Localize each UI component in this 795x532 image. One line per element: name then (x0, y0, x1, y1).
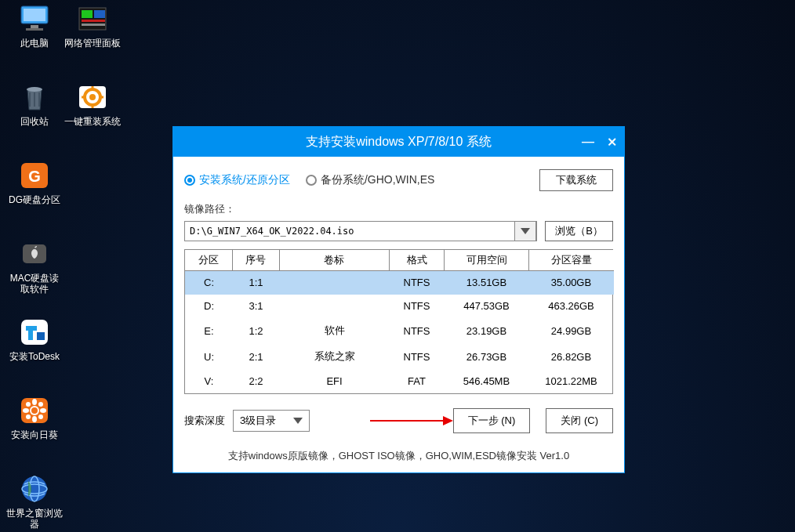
image-path-value: D:\G_WIN7_X64_OK_V2022.04.iso (190, 226, 354, 237)
download-system-button[interactable]: 下载系统 (539, 169, 613, 191)
radio-backup[interactable]: 备份系统/GHO,WIN,ES (306, 173, 434, 187)
desktop-icon-label: 安装向日葵 (11, 429, 58, 440)
svg-point-12 (89, 94, 96, 100)
svg-point-28 (26, 402, 31, 407)
cell-free-space: 26.73GB (445, 344, 529, 370)
cell-volume-label: EFI (280, 370, 390, 393)
search-depth-select[interactable]: 3级目录 (233, 410, 310, 432)
desktop-icon-label: 网络管理面板 (64, 38, 121, 49)
mode-radio-group: 安装系统/还原分区 备份系统/GHO,WIN,ES 下载系统 (184, 169, 613, 191)
desktop-icon-dg[interactable]: GDG硬盘分区 (6, 160, 63, 205)
cell-volume-label (280, 295, 390, 318)
radio-unchecked-icon (306, 175, 317, 186)
cell-sequence: 2:1 (233, 344, 280, 370)
table-row[interactable]: U:2:1系统之家NTFS26.73GB26.82GB (185, 344, 614, 370)
th-sequence: 序号 (232, 250, 279, 271)
svg-point-24 (32, 399, 37, 405)
partition-table: 分区 序号 卷标 格式 可用空间 分区容量 C:1:1NTFS13.51GB35… (184, 249, 613, 394)
svg-point-31 (38, 414, 43, 419)
cell-sequence: 1:1 (233, 271, 280, 295)
desktop-icon-sunflower[interactable]: 安装向日葵 (6, 395, 63, 440)
cell-volume-label (280, 271, 390, 295)
cell-partition: V: (186, 370, 233, 393)
svg-text:G: G (28, 168, 41, 185)
svg-point-30 (26, 414, 31, 419)
svg-point-27 (40, 408, 46, 413)
search-depth-label: 搜索深度 (184, 414, 225, 428)
cell-sequence: 1:2 (233, 318, 280, 344)
svg-point-25 (32, 416, 37, 422)
minimize-button[interactable]: — (582, 135, 594, 149)
svg-rect-2 (31, 25, 38, 28)
cell-partition-size: 24.99GB (529, 318, 614, 344)
svg-point-29 (38, 402, 43, 407)
cell-free-space: 13.51GB (445, 271, 529, 295)
table-row[interactable]: D:3:1NTFS447.53GB463.26GB (185, 295, 614, 318)
mac-icon (16, 238, 53, 270)
desktop-icon-label: 安装ToDesk (9, 351, 60, 362)
svg-rect-1 (24, 9, 45, 21)
cell-sequence: 3:1 (233, 295, 280, 318)
svg-point-26 (23, 408, 29, 413)
close-button[interactable]: 关闭 (C) (546, 408, 613, 433)
desktop-icon-pc[interactable]: 此电脑 (6, 3, 63, 49)
image-path-input[interactable]: D:\G_WIN7_X64_OK_V2022.04.iso (184, 221, 537, 241)
desktop-icon-gear[interactable]: 一键重装系统 (64, 81, 121, 127)
cell-partition-size: 1021.22MB (529, 370, 614, 393)
svg-point-33 (22, 476, 47, 501)
radio-install-label: 安装系统/还原分区 (199, 173, 290, 187)
table-row[interactable]: C:1:1NTFS13.51GB35.00GB (185, 271, 614, 295)
image-path-label: 镜像路径： (184, 202, 613, 216)
radio-backup-label: 备份系统/GHO,WIN,ES (321, 173, 434, 187)
desktop-icon-label: MAC硬盘读取软件 (6, 273, 63, 295)
todesk-icon (16, 317, 53, 348)
cell-format: NTFS (390, 344, 445, 370)
desktop-icon-globe[interactable]: 世界之窗浏览器 (6, 473, 63, 530)
svg-point-32 (31, 407, 38, 414)
cell-partition: D: (186, 295, 233, 318)
netpanel-icon (74, 3, 111, 34)
chevron-down-icon (521, 228, 530, 234)
svg-rect-5 (82, 10, 93, 18)
desktop-icon-todesk[interactable]: 安装ToDesk (6, 317, 63, 362)
titlebar: 支持安装windows XP/7/8/10 系统 — ✕ (173, 127, 624, 157)
table-row[interactable]: V:2:2EFIFAT546.45MB1021.22MB (185, 370, 614, 393)
footer-text: 支持windows原版镜像，GHOST ISO镜像，GHO,WIM,ESD镜像安… (184, 449, 613, 463)
cell-partition-size: 26.82GB (529, 344, 614, 370)
th-free-space: 可用空间 (445, 250, 529, 271)
path-dropdown-button[interactable] (514, 221, 536, 241)
search-depth-value: 3级目录 (240, 414, 276, 428)
cell-format: FAT (390, 370, 445, 393)
desktop-icon-label: 此电脑 (20, 38, 49, 49)
installer-window: 支持安装windows XP/7/8/10 系统 — ✕ 安装系统/还原分区 备… (173, 127, 624, 472)
desktop-icon-label: DG硬盘分区 (9, 194, 60, 205)
close-window-button[interactable]: ✕ (605, 135, 618, 150)
table-row[interactable]: E:1:2软件NTFS23.19GB24.99GB (185, 318, 614, 344)
svg-rect-3 (26, 28, 43, 31)
cell-partition-size: 35.00GB (529, 271, 614, 295)
th-format: 格式 (389, 250, 444, 271)
svg-rect-8 (82, 24, 105, 26)
desktop-icon-recycle[interactable]: 回收站 (6, 81, 63, 127)
th-partition: 分区 (185, 250, 232, 271)
th-partition-size: 分区容量 (529, 250, 614, 271)
desktop-icon-label: 世界之窗浏览器 (6, 508, 63, 530)
desktop-icon-netpanel[interactable]: 网络管理面板 (64, 3, 121, 49)
cell-format: NTFS (390, 271, 445, 295)
cell-partition-size: 463.26GB (529, 295, 614, 318)
cell-free-space: 447.53GB (445, 295, 529, 318)
window-title: 支持安装windows XP/7/8/10 系统 (306, 134, 492, 150)
cell-partition: U: (186, 344, 233, 370)
browse-button[interactable]: 浏览（B） (545, 221, 613, 241)
pc-icon (16, 3, 53, 34)
radio-install[interactable]: 安装系统/还原分区 (184, 173, 290, 187)
sunflower-icon (16, 395, 53, 426)
desktop-icon-label: 回收站 (20, 116, 49, 127)
cell-free-space: 23.19GB (445, 318, 529, 344)
cell-volume-label: 系统之家 (280, 344, 390, 370)
th-volume-label: 卷标 (279, 250, 389, 271)
recycle-icon (16, 81, 53, 113)
desktop-icon-mac[interactable]: MAC硬盘读取软件 (6, 238, 63, 295)
cell-format: NTFS (390, 318, 445, 344)
next-button[interactable]: 下一步 (N) (453, 408, 531, 433)
